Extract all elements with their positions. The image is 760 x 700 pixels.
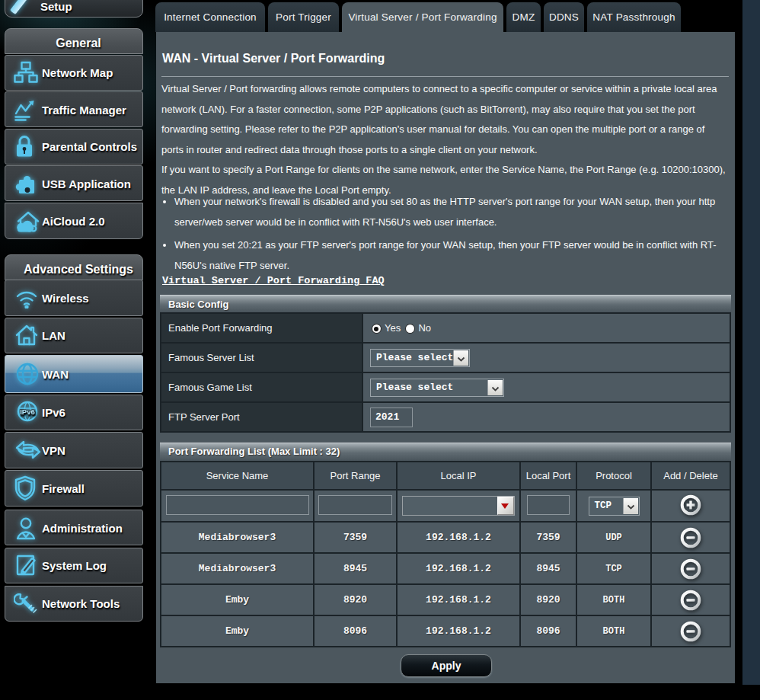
svg-text:IPv6: IPv6: [20, 408, 35, 416]
